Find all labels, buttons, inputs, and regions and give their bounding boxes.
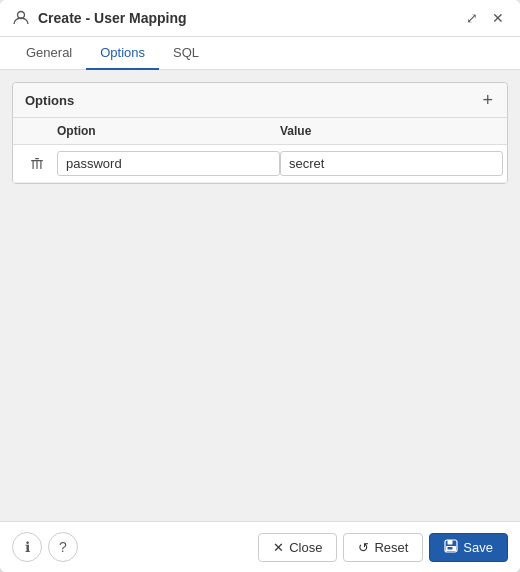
table-row — [13, 145, 507, 183]
svg-rect-2 — [35, 158, 39, 159]
reset-icon: ↺ — [358, 540, 369, 555]
svg-rect-3 — [33, 161, 34, 169]
close-icon: ✕ — [273, 540, 284, 555]
svg-rect-9 — [448, 547, 453, 550]
save-button[interactable]: Save — [429, 533, 508, 562]
svg-rect-7 — [448, 540, 453, 545]
col-header-value: Value — [276, 124, 499, 138]
reset-button[interactable]: ↺ Reset — [343, 533, 423, 562]
user-icon — [12, 9, 30, 27]
delete-row-button[interactable] — [21, 155, 53, 173]
info-button[interactable]: ℹ — [12, 532, 42, 562]
help-button[interactable]: ? — [48, 532, 78, 562]
close-title-button[interactable]: ✕ — [488, 8, 508, 28]
option-input[interactable] — [57, 151, 280, 176]
value-input[interactable] — [280, 151, 503, 176]
close-button[interactable]: ✕ Close — [258, 533, 337, 562]
dialog-title: Create - User Mapping — [38, 10, 454, 26]
title-bar: Create - User Mapping ⤢ ✕ — [0, 0, 520, 37]
title-actions: ⤢ ✕ — [462, 8, 508, 28]
footer-right: ✕ Close ↺ Reset Save — [258, 533, 508, 562]
tab-content: Options + Option Value — [0, 70, 520, 521]
section-header: Options + — [13, 83, 507, 118]
close-label: Close — [289, 540, 322, 555]
help-icon: ? — [59, 539, 67, 555]
save-label: Save — [463, 540, 493, 555]
footer-left: ℹ ? — [12, 532, 250, 562]
options-section: Options + Option Value — [12, 82, 508, 184]
col-header-delete — [21, 124, 53, 138]
info-icon: ℹ — [25, 539, 30, 555]
table-header: Option Value — [13, 118, 507, 145]
section-title: Options — [25, 93, 74, 108]
tab-sql[interactable]: SQL — [159, 37, 213, 70]
footer: ℹ ? ✕ Close ↺ Reset — [0, 521, 520, 572]
tabs-bar: General Options SQL — [0, 37, 520, 70]
svg-rect-5 — [40, 161, 41, 169]
save-icon — [444, 539, 458, 556]
create-user-mapping-dialog: Create - User Mapping ⤢ ✕ General Option… — [0, 0, 520, 572]
tab-general[interactable]: General — [12, 37, 86, 70]
expand-button[interactable]: ⤢ — [462, 8, 482, 28]
svg-rect-4 — [36, 161, 37, 169]
reset-label: Reset — [374, 540, 408, 555]
tab-options[interactable]: Options — [86, 37, 159, 70]
add-option-button[interactable]: + — [480, 91, 495, 109]
col-header-option: Option — [53, 124, 276, 138]
